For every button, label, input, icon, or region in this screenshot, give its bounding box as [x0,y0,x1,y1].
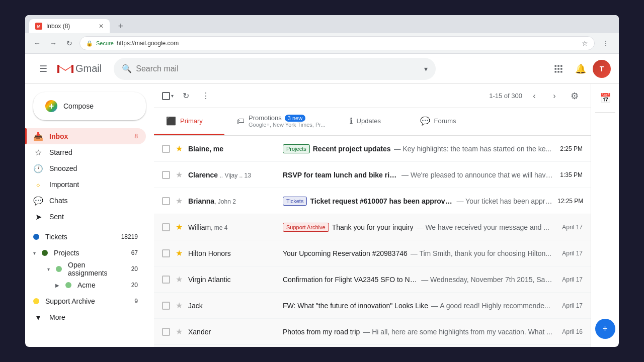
projects-collapse-icon[interactable]: ▾ [33,250,36,256]
refresh-button[interactable]: ↻ [63,37,75,49]
email-content: Tickets Ticket request #610007 has been … [283,197,553,206]
extensions-button[interactable]: ⋮ [599,36,613,50]
email-checkbox[interactable] [162,302,170,310]
star-button[interactable]: ★ [174,327,184,337]
hamburger-menu-button[interactable]: ☰ [33,59,53,79]
acme-expand-icon[interactable]: ▶ [55,283,59,288]
select-dropdown-arrow[interactable]: ▾ [171,93,174,99]
email-snippet: — Hi all, here are some highlights from … [363,328,552,336]
star-button[interactable]: ★ [174,196,184,206]
email-subject: FW: What "the future of innovation" Look… [283,302,428,310]
next-page-button[interactable]: › [546,88,562,104]
email-row[interactable]: ★ Virgin Atlantic Confirmation for Fligh… [154,266,591,293]
more-options-button[interactable]: ⋮ [198,88,214,104]
active-indicator [25,128,27,144]
settings-button[interactable]: ⚙ [567,88,583,104]
promotions-tab-icon: 🏷 [236,117,245,126]
open-assignments-collapse-icon[interactable]: ▾ [47,266,50,272]
notifications-button[interactable]: 🔔 [571,59,591,79]
sender-name: Virgin Atlantic [188,276,231,284]
email-row[interactable]: ★ Xander Photos from my road trip — Hi a… [154,319,591,345]
sender-name: Xander [188,328,211,336]
sidebar-item-more[interactable]: ▾ More [25,309,146,325]
sidebar-item-chats[interactable]: 💬 Chats [25,193,146,209]
refresh-emails-button[interactable]: ↻ [178,88,194,104]
email-row[interactable]: ★ Brianna, John 2 Tickets Ticket request… [154,188,591,214]
email-content: Confirmation for Flight VA2345 SFO to NY… [283,276,553,284]
email-subject: RSVP for team lunch and bike ride! [283,171,398,179]
search-dropdown-icon[interactable]: ▾ [424,65,428,73]
email-sender: Hilton Honors [188,249,279,257]
sidebar-divider [595,112,615,113]
star-button[interactable]: ★ [174,170,184,180]
new-tab-button[interactable]: + [114,19,128,33]
prev-page-button[interactable]: ‹ [526,88,542,104]
email-row[interactable]: ★ William, me 4 Support Archive Thank yo… [154,214,591,240]
sidebar-item-projects[interactable]: ▾ Projects 67 [25,245,146,261]
email-checkbox[interactable] [162,197,170,205]
email-row[interactable]: ★ Richard, Matthew, me 3 Product Strateg… [154,345,591,347]
forward-button[interactable]: → [47,37,59,49]
search-bar[interactable]: 🔍 ▾ [114,58,436,80]
email-subject: Ticket request #610007 has been approved… [310,197,453,205]
sidebar-item-sent[interactable]: ➤ Sent [25,209,146,225]
sender-name: Jack [188,302,203,310]
compose-button[interactable]: + Compose [33,92,146,120]
email-pane: ▾ ↻ ⋮ 1-15 of 300 ‹ › [154,84,591,347]
tab-primary[interactable]: ⬛ Primary [154,108,224,135]
email-time: April 17 [557,224,583,231]
star-button[interactable]: ★ [174,248,184,258]
projects-dot [42,250,48,256]
email-row[interactable]: ★ Jack FW: What "the future of innovatio… [154,293,591,319]
apps-button[interactable] [548,59,569,79]
tab-close-button[interactable]: ✕ [99,23,104,30]
email-checkbox[interactable] [162,328,170,336]
user-avatar[interactable]: T [593,60,611,78]
sender-name: William [188,223,211,231]
email-checkbox[interactable] [162,276,170,284]
select-all-control[interactable]: ▾ [162,92,174,100]
sidebar-item-acme[interactable]: ▶ Acme 20 [25,277,146,293]
star-button[interactable]: ★ [174,301,184,311]
sidebar-item-important[interactable]: ⬦ Important [25,176,146,193]
gmail-logo: Gmail [57,63,102,75]
browser-tab[interactable]: M Inbox (8) ✕ [29,19,110,33]
svg-rect-4 [557,68,559,69]
star-button[interactable]: ★ [174,144,184,154]
right-sidebar: 📅 + [591,84,619,347]
sidebar-item-open-assignments[interactable]: ▾ Open assignments 20 [25,261,146,277]
calendar-sidebar-button[interactable]: 📅 [595,88,615,108]
acme-badge: 20 [131,282,138,289]
back-button[interactable]: ← [31,37,43,49]
svg-rect-7 [557,71,559,72]
search-input[interactable] [136,64,420,73]
promotions-tab-label: Promotions [249,114,282,122]
url-bar[interactable]: 🔒 Secure https://mail.google.com ☆ [79,36,595,50]
monitor-frame: M Inbox (8) ✕ + ← → ↻ 🔒 Secure https://m… [25,15,619,347]
email-checkbox[interactable] [162,249,170,257]
sent-icon: ➤ [33,212,43,222]
email-row[interactable]: ★ Blaine, me Projects Recent project upd… [154,136,591,162]
star-button[interactable]: ★ [174,275,184,285]
compose-label: Compose [63,102,94,110]
tab-promotions[interactable]: 🏷 Promotions 3 new Google+, New York Tim… [224,108,338,135]
star-button[interactable]: ★ [174,222,184,232]
email-checkbox[interactable] [162,223,170,231]
email-row[interactable]: ★ Hilton Honors Your Upcoming Reservatio… [154,240,591,266]
sidebar-item-snoozed[interactable]: 🕐 Snoozed [25,160,146,176]
bookmark-star-icon[interactable]: ☆ [582,39,588,47]
svg-rect-8 [560,71,562,72]
email-label: Support Archive [283,223,329,232]
sidebar-item-starred[interactable]: ☆ Starred [25,144,146,160]
email-checkbox[interactable] [162,145,170,153]
sidebar-item-inbox[interactable]: 📥 Inbox 8 [25,128,146,144]
select-all-checkbox[interactable] [162,92,170,100]
sidebar-item-tickets[interactable]: Tickets 18219 [25,229,146,245]
sidebar-item-support-archive[interactable]: Support Archive 9 [25,293,146,309]
tab-forums[interactable]: 💬 Forums [408,108,478,135]
email-row[interactable]: ★ Clarence .. Vijay .. 13 RSVP for team … [154,162,591,188]
tab-updates[interactable]: ℹ Updates [338,108,408,135]
email-subject: Your Upcoming Reservation #20983746 [283,249,408,257]
email-checkbox[interactable] [162,171,170,179]
add-sidebar-button[interactable]: + [595,319,615,339]
